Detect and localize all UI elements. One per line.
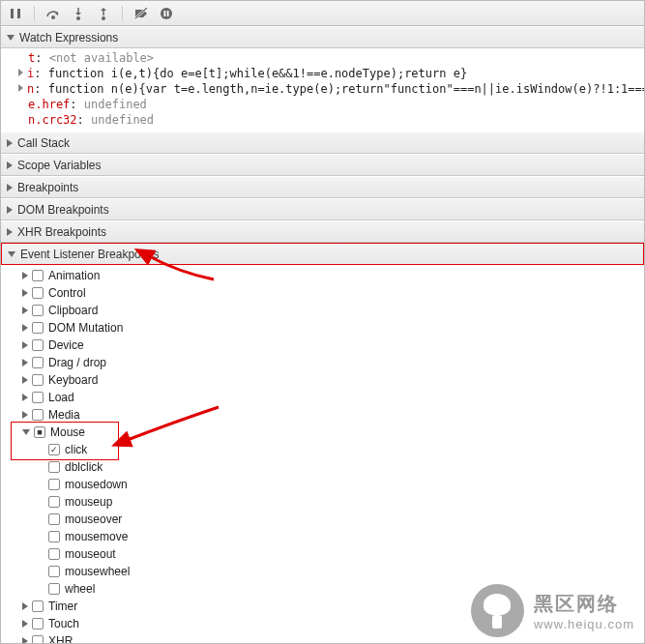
checkbox[interactable] (32, 270, 44, 281)
checkbox[interactable] (48, 531, 60, 542)
event-category-row[interactable]: Drag / drop (1, 354, 644, 371)
chevron-right-icon (18, 69, 23, 76)
checkbox[interactable]: ■ (34, 426, 45, 438)
pause-icon[interactable] (5, 3, 26, 24)
watch-item[interactable]: i: function i(e,t){do e=e[t];while(e&&1!… (1, 66, 644, 81)
chevron-right-icon (7, 139, 13, 147)
svg-rect-10 (164, 11, 166, 16)
event-category-row[interactable]: Media (1, 406, 644, 424)
panel-title: Watch Expressions (19, 31, 118, 44)
chevron-right-icon (22, 359, 28, 366)
step-out-icon[interactable] (93, 3, 114, 24)
svg-rect-0 (11, 9, 14, 18)
watch-expressions-header[interactable]: Watch Expressions (1, 26, 644, 48)
watermark: 黑区网络 www.heiqu.com (471, 584, 634, 637)
event-item-row[interactable]: mouseup (1, 493, 644, 511)
event-category-label: Animation (48, 269, 100, 282)
event-category-label: Touch (48, 617, 79, 630)
event-category-row[interactable]: Load (1, 389, 644, 406)
event-item-row[interactable]: mousedown (1, 476, 644, 493)
xhr-breakpoints-header[interactable]: XHR Breakpoints (1, 220, 644, 243)
panel-title: Scope Variables (17, 159, 102, 172)
event-item-label: mouseover (65, 512, 122, 526)
chevron-right-icon (22, 602, 28, 610)
deactivate-breakpoints-icon[interactable] (131, 3, 152, 24)
watch-item[interactable]: e.href: undefined (1, 97, 644, 112)
chevron-right-icon (7, 206, 13, 214)
checkbox[interactable] (32, 635, 44, 644)
checkbox[interactable] (32, 339, 44, 351)
panel-title: XHR Breakpoints (17, 225, 106, 239)
watch-item[interactable]: n.crc32: undefined (1, 112, 644, 128)
event-item-label: mouseup (65, 495, 112, 509)
event-category-row[interactable]: Device (1, 337, 644, 354)
checkbox[interactable] (48, 461, 60, 473)
checkbox[interactable] (32, 618, 44, 629)
svg-rect-11 (167, 11, 169, 16)
chevron-right-icon (22, 341, 28, 349)
event-category-label: Timer (48, 600, 77, 613)
chevron-right-icon (7, 161, 13, 169)
event-item-row[interactable]: mouseout (1, 545, 644, 563)
event-item-row[interactable]: mousewheel (1, 563, 644, 580)
panel-title: Breakpoints (17, 181, 78, 194)
watermark-logo (471, 584, 524, 637)
checkbox[interactable] (48, 496, 60, 508)
chevron-right-icon (22, 637, 28, 644)
call-stack-header[interactable]: Call Stack (1, 132, 644, 154)
checkbox[interactable] (32, 305, 44, 316)
chevron-right-icon (22, 411, 28, 419)
event-category-row[interactable]: Control (1, 284, 644, 302)
event-item-label: click (65, 443, 87, 456)
checkbox[interactable] (32, 392, 44, 403)
watch-item[interactable]: t: <not available> (1, 50, 644, 66)
breakpoints-header[interactable]: Breakpoints (1, 176, 644, 198)
chevron-right-icon (22, 394, 28, 401)
step-into-icon[interactable] (68, 3, 89, 24)
chevron-down-icon (8, 251, 15, 257)
event-listener-breakpoints-header[interactable]: Event Listener Breakpoints (1, 243, 644, 265)
checkbox[interactable] (32, 322, 44, 334)
watch-item[interactable]: n: function n(e){var t=e.length,n=ie.typ… (1, 81, 644, 97)
checkbox[interactable] (32, 600, 44, 612)
chevron-right-icon (22, 272, 28, 279)
checkbox[interactable] (32, 287, 44, 299)
checkbox[interactable] (48, 479, 60, 490)
event-category-row[interactable]: ■Mouse (1, 424, 644, 441)
event-category-row[interactable]: Keyboard (1, 371, 644, 389)
dom-breakpoints-header[interactable]: DOM Breakpoints (1, 198, 644, 220)
event-category-row[interactable]: Clipboard (1, 302, 644, 319)
panel-title: Call Stack (17, 136, 70, 150)
toolbar (1, 1, 644, 26)
event-item-row[interactable]: mouseover (1, 511, 644, 528)
watermark-text-cn: 黑区网络 (534, 591, 634, 617)
event-category-label: DOM Mutation (48, 321, 123, 335)
event-item-label: mousedown (65, 478, 128, 491)
separator (122, 6, 123, 21)
event-item-label: mouseout (65, 547, 116, 561)
checkbox[interactable] (32, 357, 44, 368)
pause-on-exceptions-icon[interactable] (156, 3, 177, 24)
chevron-right-icon (22, 620, 28, 628)
event-category-row[interactable]: Animation (1, 267, 644, 284)
event-item-label: wheel (65, 582, 95, 596)
chevron-right-icon (22, 307, 28, 314)
checkbox[interactable] (48, 548, 60, 560)
checkbox[interactable] (48, 513, 60, 525)
event-item-row[interactable]: ✓click (1, 441, 644, 458)
checkbox[interactable] (32, 409, 44, 421)
event-category-label: XHR (48, 634, 73, 644)
event-item-row[interactable]: dblclick (1, 458, 644, 476)
separator (34, 6, 35, 21)
checkbox[interactable] (32, 374, 44, 386)
checkbox[interactable]: ✓ (48, 444, 60, 455)
event-category-label: Drag / drop (48, 356, 106, 369)
step-over-icon[interactable] (43, 3, 64, 24)
checkbox[interactable] (48, 566, 60, 577)
chevron-right-icon (22, 376, 28, 384)
scope-variables-header[interactable]: Scope Variables (1, 154, 644, 176)
event-category-row[interactable]: DOM Mutation (1, 319, 644, 337)
checkbox[interactable] (48, 583, 60, 595)
event-item-row[interactable]: mousemove (1, 528, 644, 545)
svg-point-6 (102, 16, 105, 20)
